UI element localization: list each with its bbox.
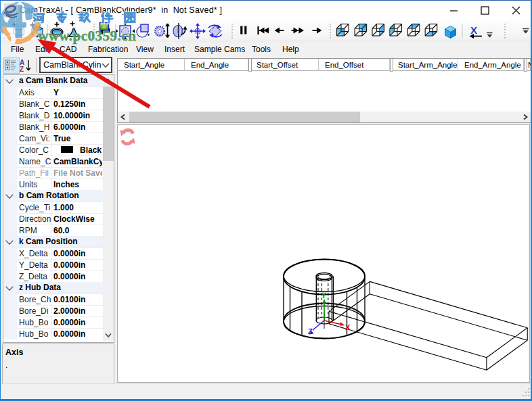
svg-text:X: X — [345, 323, 351, 331]
svg-text:www.pc0359.cn: www.pc0359.cn — [38, 28, 136, 44]
svg-text:Y: Y — [322, 291, 327, 300]
svg-text:Z: Z — [308, 327, 313, 335]
